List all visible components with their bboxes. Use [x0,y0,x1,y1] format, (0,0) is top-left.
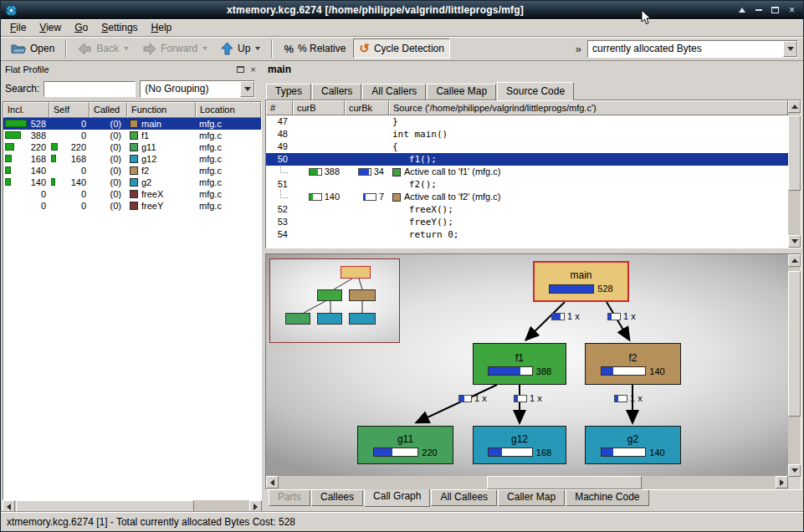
menu-settings[interactable]: Settings [95,20,144,35]
scroll-left-button[interactable] [3,500,15,513]
scrollbar-track[interactable] [788,113,801,235]
tab-callee-map[interactable]: Callee Map [427,84,496,100]
event-type-select[interactable]: currently allocated Bytes [587,40,798,58]
scrollbar-thumb[interactable] [788,115,801,192]
source-line-row-47[interactable]: 47} [266,115,788,128]
dock-float-button[interactable] [234,64,247,75]
toolbar-overflow-chevron[interactable]: » [571,43,586,55]
edge-label-f1-g11[interactable]: 1 x [458,393,487,403]
tab-call-graph[interactable]: Call Graph [364,489,430,507]
cost-mini-bar [458,395,472,402]
column-header-called[interactable]: Called [90,102,127,118]
scrollbar-thumb[interactable] [487,476,641,489]
graph-hscrollbar[interactable] [266,476,788,489]
forward-button[interactable]: Forward [136,38,213,59]
flat-profile-row-freeX[interactable]: 00(0)freeXmfg.c [3,188,261,200]
titlebar[interactable]: xtmemory.kcg.6274 [/home/philippe/valgri… [1,1,803,19]
call-graph-canvas[interactable]: main528f1388f2140g11220g12168g21401 x1 x… [266,254,788,477]
close-button[interactable]: × [785,3,799,17]
source-column-header--[interactable]: # [266,100,293,115]
edge-label-f1-g12[interactable]: 1 x [514,393,542,403]
node-label: main [570,269,591,281]
menu-view[interactable]: View [33,20,68,35]
scroll-down-button[interactable] [788,464,801,477]
graph-node-f2[interactable]: f2140 [585,343,681,385]
incl-cell: 168 [3,153,49,165]
source-line-row-48[interactable]: 48int main() [266,128,788,141]
open-button[interactable]: Open [5,38,60,59]
relative-button[interactable]: % % Relative [278,38,351,59]
shade-button[interactable] [735,3,749,17]
graph-node-f1[interactable]: f1388 [473,343,566,385]
graph-node-g12[interactable]: g12168 [473,426,566,464]
source-call-row[interactable]: 38834Active call to 'f1' (mfg.c) [266,166,788,178]
flat-profile-row-g12[interactable]: 168168(0)g12mfg.c [3,153,261,165]
back-dropdown-icon[interactable] [124,47,129,50]
grouping-select[interactable]: (No Grouping) [140,80,255,98]
source-line-row-50[interactable]: 50 f1(); [266,153,788,166]
source-column-header-curb[interactable]: curB [293,100,345,115]
grouping-dropdown-button[interactable] [240,81,254,97]
tab-types[interactable]: Types [266,84,311,100]
dock-close-button[interactable]: × [247,64,259,75]
callee-color-icon [392,193,401,202]
tab-machine-code[interactable]: Machine Code [566,490,648,506]
menu-go[interactable]: Go [68,20,95,35]
edge-label-main-f2[interactable]: 1 x [607,311,636,321]
flat-profile-row-g11[interactable]: 220220(0)g11mfg.c [3,141,261,153]
flat-profile-row-g2[interactable]: 140140(0)g2mfg.c [3,176,261,188]
tab-source-code[interactable]: Source Code [497,82,574,100]
menu-help[interactable]: Help [145,20,179,35]
column-header-self[interactable]: Self [49,102,90,118]
flat-profile-row-f1[interactable]: 3880(0)f1mfg.c [3,130,261,141]
tab-callers[interactable]: Callers [312,84,361,100]
source-column-header-source-home-philippe-valgrind-littleprogs-mfg-c-[interactable]: Source ('/home/philippe/valgrind/littlep… [389,100,788,115]
scrollbar-thumb[interactable] [788,271,801,417]
minimize-button[interactable] [751,3,766,17]
event-type-dropdown-button[interactable] [783,41,797,57]
source-call-row[interactable]: 1407Active call to 'f2' (mfg.c) [266,191,788,203]
edge-label-main-f1[interactable]: 1 x [551,311,580,321]
source-line-row-54[interactable]: 54 return 0; [266,228,788,241]
tab-callees[interactable]: Callees [311,490,363,506]
tab-all-callees[interactable]: All Callees [431,490,497,506]
source-vscrollbar[interactable] [788,100,801,248]
scrollbar-track[interactable] [788,267,801,464]
up-dropdown-icon[interactable] [255,47,260,50]
scroll-up-button[interactable] [788,254,801,267]
tab-all-callers[interactable]: All Callers [362,84,426,100]
column-header-location[interactable]: Location [196,102,261,118]
source-line-row-52[interactable]: 52 freeX(); [266,203,788,216]
flat-profile-row-main[interactable]: 5280(0)mainmfg.c [3,118,261,130]
scroll-right-button[interactable] [249,500,262,513]
source-line-row-49[interactable]: 49{ [266,141,788,153]
maximize-button[interactable] [768,3,782,17]
column-header-incl-[interactable]: Incl. [3,102,49,118]
forward-dropdown-icon[interactable] [202,47,207,50]
graph-node-g11[interactable]: g11220 [357,426,453,464]
graph-node-g2[interactable]: g2140 [585,426,681,464]
cycle-detection-button[interactable]: ↺ Cycle Detection [353,38,450,59]
source-line-row-51[interactable]: 51 f2(); [266,178,788,191]
graph-overview-map[interactable] [269,258,400,343]
edge-label-f2-g2[interactable]: 1 x [614,393,643,403]
flat-profile-row-freeY[interactable]: 00(0)freeYmfg.c [3,200,261,212]
flat-profile-row-f2[interactable]: 1400(0)f2mfg.c [3,165,261,176]
back-button[interactable]: Back [72,38,135,59]
source-column-header-curbk[interactable]: curBk [345,100,389,115]
source-text-cell: int main() [389,128,788,141]
source-line-row-53[interactable]: 53 freeY(); [266,216,788,228]
graph-node-main[interactable]: main528 [533,261,629,302]
tab-caller-map[interactable]: Caller Map [498,490,565,506]
scrollbar-track[interactable] [279,476,776,489]
column-header-function[interactable]: Function [127,102,196,118]
scroll-right-button[interactable] [776,476,788,489]
graph-vscrollbar[interactable] [788,254,801,477]
menu-file[interactable]: File [3,20,33,35]
scroll-down-button[interactable] [788,235,801,248]
self-cell: 168 [49,153,90,165]
scroll-left-button[interactable] [266,476,279,489]
scroll-up-button[interactable] [788,100,801,113]
up-button[interactable]: Up [215,38,266,59]
search-input[interactable] [44,81,136,97]
